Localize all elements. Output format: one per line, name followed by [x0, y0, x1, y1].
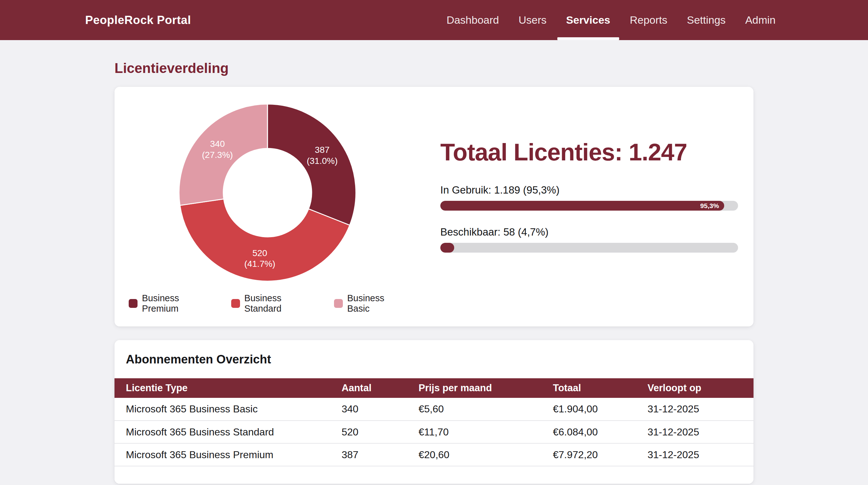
column-header-aantal: Aantal — [342, 378, 418, 398]
available-progress-fill — [440, 243, 454, 253]
subscriptions-table: Licentie TypeAantalPrijs per maandTotaal… — [115, 378, 753, 466]
table-cell: 520 — [342, 421, 418, 443]
legend-item-business-standard: Business Standard — [231, 293, 318, 314]
chart-legend: Business PremiumBusiness StandardBusines… — [129, 293, 406, 314]
in-use-progress-fill: 95,3% — [440, 201, 724, 210]
nav-item-dashboard[interactable]: Dashboard — [446, 0, 499, 40]
nav-item-reports[interactable]: Reports — [630, 0, 668, 40]
table-cell: 31-12-2025 — [648, 443, 753, 466]
table-row: Microsoft 365 Business Standard520€11,70… — [115, 421, 753, 443]
table-row: Microsoft 365 Business Basic340€5,60€1.9… — [115, 398, 753, 421]
column-header-prijs-per-maand: Prijs per maand — [418, 378, 553, 398]
table-cell: €7.972,20 — [553, 443, 648, 466]
subscriptions-title: Abonnementen Overzicht — [126, 353, 753, 366]
nav-item-admin[interactable]: Admin — [745, 0, 776, 40]
legend-label: Business Standard — [244, 293, 318, 314]
license-stats-column: Totaal Licenties: 1.247 In Gebruik: 1.18… — [406, 101, 739, 314]
available-label: Beschikbaar: 58 (4,7%) — [440, 226, 739, 238]
table-header-row: Licentie TypeAantalPrijs per maandTotaal… — [115, 378, 753, 398]
table-cell: Microsoft 365 Business Standard — [115, 421, 342, 443]
table-cell: 31-12-2025 — [648, 398, 753, 421]
subscriptions-card: Abonnementen Overzicht Licentie TypeAant… — [115, 340, 753, 484]
legend-label: Business Basic — [347, 293, 406, 314]
donut-chart-column: 387(31.0%)520(41.7%)340(27.3%) Business … — [129, 101, 406, 314]
table-cell: €11,70 — [418, 421, 553, 443]
table-cell: 387 — [342, 443, 418, 466]
nav-item-settings[interactable]: Settings — [687, 0, 726, 40]
in-use-label: In Gebruik: 1.189 (95,3%) — [440, 184, 739, 196]
license-donut-chart: 387(31.0%)520(41.7%)340(27.3%) — [176, 101, 359, 284]
in-use-percent-badge: 95,3% — [700, 202, 724, 210]
legend-item-business-basic: Business Basic — [334, 293, 406, 314]
legend-swatch-icon — [231, 299, 240, 308]
table-body: Microsoft 365 Business Basic340€5,60€1.9… — [115, 398, 753, 466]
table-row: Microsoft 365 Business Premium387€20,60€… — [115, 443, 753, 466]
total-licenses-heading: Totaal Licenties: 1.247 — [440, 138, 739, 166]
table-cell: Microsoft 365 Business Basic — [115, 398, 342, 421]
nav-item-services[interactable]: Services — [566, 0, 610, 40]
table-cell: €20,60 — [418, 443, 553, 466]
app-logo: PeopleRock Portal — [85, 13, 191, 27]
license-distribution-card: 387(31.0%)520(41.7%)340(27.3%) Business … — [115, 87, 753, 326]
legend-swatch-icon — [129, 299, 137, 308]
column-header-verloopt-op: Verloopt op — [648, 378, 753, 398]
app-header: PeopleRock Portal DashboardUsersServices… — [0, 0, 868, 40]
available-progressbar — [440, 243, 738, 253]
table-cell: €1.904,00 — [553, 398, 648, 421]
table-cell: €5,60 — [418, 398, 553, 421]
nav-item-users[interactable]: Users — [519, 0, 547, 40]
table-cell: €6.084,00 — [553, 421, 648, 443]
table-cell: Microsoft 365 Business Premium — [115, 443, 342, 466]
page-title: Licentieverdeling — [115, 60, 753, 76]
legend-item-business-premium: Business Premium — [129, 293, 215, 314]
card-bottom-strip — [115, 466, 753, 484]
table-cell: 340 — [342, 398, 418, 421]
table-cell: 31-12-2025 — [648, 421, 753, 443]
column-header-licentie-type: Licentie Type — [115, 378, 342, 398]
column-header-totaal: Totaal — [553, 378, 648, 398]
legend-label: Business Premium — [142, 293, 215, 314]
in-use-progressbar: 95,3% — [440, 201, 738, 210]
main-nav: DashboardUsersServicesReportsSettingsAdm… — [446, 0, 776, 40]
legend-swatch-icon — [334, 299, 343, 308]
page-content: Licentieverdeling 387(31.0%)520(41.7%)34… — [115, 60, 753, 484]
